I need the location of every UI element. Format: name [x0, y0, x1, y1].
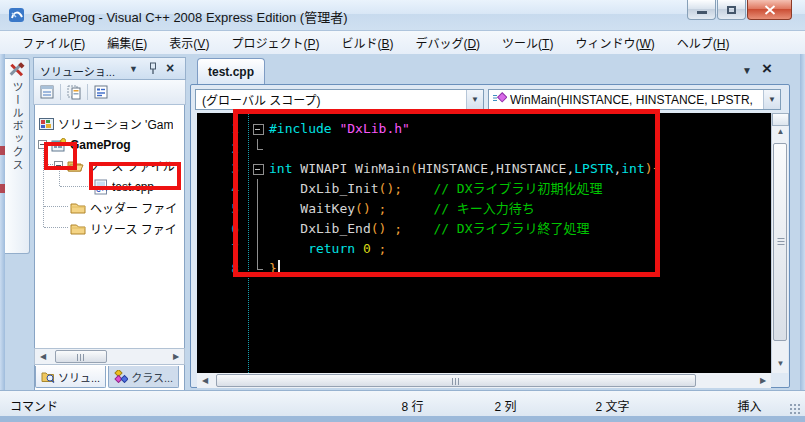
code-line: 6 DxLib_End() ; // DXライブラリ終了処理	[197, 219, 771, 239]
scroll-up-icon[interactable]: ▲	[772, 127, 789, 136]
status-message: コマンド	[10, 397, 58, 414]
menu-item-file[interactable]: ファイル(F)	[14, 31, 93, 54]
split-handle[interactable]	[772, 113, 789, 126]
code-text: DxLib_End() ; // DXライブラリ終了処理	[269, 219, 590, 239]
document-list-dropdown-icon[interactable]: ▼	[742, 65, 752, 76]
toolbox-tab-label: ツールボックス	[9, 81, 25, 172]
vertical-scrollbar[interactable]: ▲ ▼	[771, 113, 788, 373]
scroll-down-icon[interactable]: ▼	[772, 359, 789, 368]
menu-item-tools[interactable]: ツール(T)	[494, 31, 561, 54]
tree-item-solution[interactable]: ソリューション 'Gam	[39, 113, 173, 134]
collapse-region-icon[interactable]	[251, 119, 269, 139]
minimize-button[interactable]	[687, 0, 716, 20]
tab-label: ソリュ...	[58, 369, 100, 385]
status-insert-mode: 挿入	[722, 397, 777, 414]
solution-explorer-panel: ソリューショ... ▼ × ソリューション 'Gam	[33, 57, 186, 388]
horizontal-scrollbar[interactable]: ◀ ▶	[197, 373, 771, 388]
code-text: WaitKey() ; // キー入力待ち	[269, 199, 535, 219]
solution-explorer-toolbar	[33, 80, 186, 105]
collapse-icon[interactable]	[38, 140, 47, 149]
tree-item-label: ソース ファイル	[88, 157, 175, 174]
menu-item-edit[interactable]: 編集(E)	[99, 31, 155, 54]
folder-open-icon	[67, 159, 84, 172]
status-line-number: 8 行	[385, 397, 440, 414]
gutter-separator	[248, 113, 249, 373]
tree-connector	[44, 206, 68, 207]
menu-item-debug[interactable]: デバッグ(D)	[407, 31, 488, 54]
menu-item-window[interactable]: ウィンドウ(W)	[567, 31, 662, 54]
dropdown-arrow-icon[interactable]: ▼	[763, 90, 780, 109]
pin-icon[interactable]	[148, 62, 158, 77]
line-number: 7	[197, 239, 245, 259]
close-button[interactable]	[747, 0, 792, 20]
toolbox-tab[interactable]: ツールボックス	[5, 58, 30, 254]
scroll-thumb[interactable]	[55, 350, 107, 363]
tree-connector	[60, 186, 92, 187]
properties-icon[interactable]	[39, 84, 55, 100]
menu-bar: ファイル(F)編集(E)表示(V)プロジェクト(P)ビルド(B)デバッグ(D)ツ…	[0, 31, 805, 54]
dropdown-arrow-icon[interactable]: ▼	[466, 90, 483, 109]
scope-dropdown[interactable]: (グローバル スコープ) ▼	[195, 89, 484, 110]
status-bar: コマンド 8 行 2 列 2 文字 挿入	[0, 390, 805, 416]
code-line: 3int WINAPI WinMain(HINSTANCE,HINSTANCE,…	[197, 159, 771, 179]
line-number: 1	[197, 119, 245, 139]
code-line: 5 WaitKey() ; // キー入力待ち	[197, 199, 771, 219]
code-text: DxLib_Init(); // DXライブラリ初期化処理	[269, 179, 603, 199]
solution-tree-hscrollbar[interactable]: ◀ ▶	[34, 348, 185, 365]
code-line: 4 DxLib_Init(); // DXライブラリ初期化処理	[197, 179, 771, 199]
tree-item-project[interactable]: GameProg	[38, 134, 131, 155]
menu-item-help[interactable]: ヘルプ(H)	[669, 31, 738, 54]
toolbox-icon	[8, 62, 26, 77]
member-dropdown[interactable]: WinMain(HINSTANCE, HINSTANCE, LPSTR, ▼	[488, 89, 781, 110]
show-all-files-icon[interactable]	[66, 84, 82, 100]
code-line: 7 return 0 ;	[197, 239, 771, 259]
view-code-icon[interactable]	[93, 84, 109, 100]
panel-close-icon[interactable]: ×	[166, 60, 174, 76]
scroll-right-icon[interactable]: ▶	[168, 352, 184, 361]
code-text: int WINAPI WinMain(HINSTANCE,HINSTANCE,L…	[269, 159, 660, 179]
scope-dropdown-value: (グローバル スコープ)	[202, 91, 464, 108]
panel-menu-dropdown-icon[interactable]: ▼	[129, 64, 138, 74]
tree-item-resource-folder[interactable]: リソース ファイ	[70, 218, 177, 239]
window-right-border	[800, 54, 805, 390]
toolbar-separator	[60, 84, 61, 100]
line-number: 6	[197, 219, 245, 239]
tree-item-label: リソース ファイ	[90, 220, 177, 237]
app-icon	[8, 6, 26, 24]
resize-grip[interactable]	[789, 403, 800, 414]
code-editor[interactable]: 1#include "DxLib.h"23int WINAPI WinMain(…	[197, 113, 771, 373]
panel-header[interactable]: ソリューショ... ▼ ×	[33, 57, 186, 80]
scroll-left-icon[interactable]: ◀	[35, 352, 51, 361]
cpp-file-icon: C++	[94, 179, 108, 195]
scroll-thumb[interactable]	[773, 143, 787, 341]
tree-connector	[44, 227, 68, 228]
maximize-icon	[727, 6, 736, 14]
main-window: GameProg - Visual C++ 2008 Express Editi…	[0, 0, 805, 422]
tree-item-header-folder[interactable]: ヘッダー ファイ	[70, 197, 177, 218]
collapse-icon[interactable]	[54, 161, 63, 170]
toolbar-separator	[87, 84, 88, 100]
status-character-number: 2 文字	[580, 397, 645, 414]
menu-item-view[interactable]: 表示(V)	[161, 31, 217, 54]
close-document-icon[interactable]: ×	[762, 59, 772, 79]
scroll-thumb[interactable]	[216, 374, 696, 387]
tree-item-label: ソリューション 'Gam	[58, 115, 173, 132]
code-text: #include "DxLib.h"	[269, 119, 410, 139]
window-bottom-border	[0, 416, 805, 422]
close-icon	[764, 5, 776, 15]
menu-item-project[interactable]: プロジェクト(P)	[223, 31, 327, 54]
menu-item-build[interactable]: ビルド(B)	[333, 31, 401, 54]
folder-icon	[70, 222, 86, 235]
tree-connector	[43, 143, 44, 227]
maximize-button[interactable]	[717, 0, 746, 20]
scroll-right-icon[interactable]: ▶	[755, 376, 771, 385]
minimize-icon	[697, 11, 707, 14]
tab-solution-explorer[interactable]: ソリュ...	[35, 366, 106, 388]
tab-class-view[interactable]: クラス...	[108, 366, 179, 388]
tree-item-source-folder[interactable]: ソース ファイル	[54, 155, 175, 176]
scroll-left-icon[interactable]: ◀	[197, 376, 213, 385]
outline-mark	[251, 139, 269, 159]
collapse-region-icon[interactable]	[251, 159, 269, 179]
tree-item-testcpp[interactable]: C++ test.cpp	[94, 176, 154, 197]
document-tab[interactable]: test.cpp	[197, 58, 265, 84]
